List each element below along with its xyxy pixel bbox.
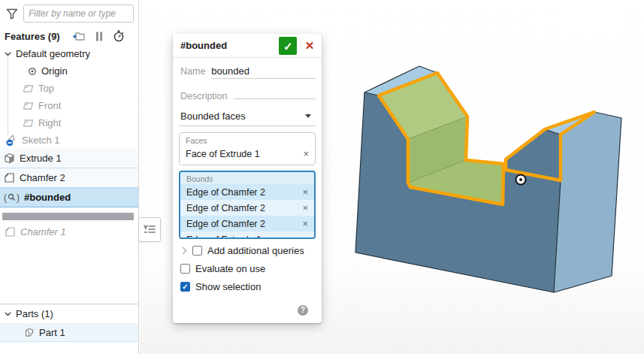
bounds-selection-box[interactable]: Bounds Edge of Chamfer 2 × Edge of Chamf… [179, 171, 316, 239]
remove-selection-icon[interactable]: × [301, 219, 310, 228]
bounds-selection-item[interactable]: Edge of Chamfer 2 × [180, 184, 314, 200]
plane-icon [23, 101, 34, 110]
tree-item-label: #bounded [24, 192, 71, 203]
tree-item-extrude1[interactable]: Extrude 1 [0, 149, 138, 168]
bounds-selection-item[interactable]: Edge of Chamfer 2 × [180, 216, 314, 231]
query-magnifier-icon: ( ) [4, 192, 20, 203]
extrude-icon [4, 153, 15, 164]
part-icon [24, 327, 35, 337]
feature-list-handle-button[interactable] [138, 217, 161, 242]
bounded-type-value: Bounded faces [180, 110, 305, 122]
tree-item-chamfer2[interactable]: Chamfer 2 [0, 168, 138, 188]
tree-item-front-plane[interactable]: Front [0, 97, 138, 114]
tree-item-origin[interactable]: Origin [0, 62, 138, 80]
chamfer-icon [4, 172, 15, 183]
bounds-selection-label: Edge of Extrude 1 [186, 234, 301, 240]
tree-item-label: Chamfer 1 [20, 226, 66, 238]
evaluate-checkbox[interactable] [180, 264, 190, 274]
bounds-selection-label: Edge of Chamfer 2 [186, 203, 301, 213]
origin-icon [28, 67, 37, 76]
remove-selection-icon[interactable]: × [301, 203, 310, 213]
stopwatch-icon[interactable] [113, 30, 125, 42]
insert-here-list-icon [143, 224, 156, 236]
evaluate-label: Evaluate on use [195, 263, 265, 274]
remove-selection-icon[interactable]: × [301, 234, 310, 239]
dialog-title: #bounded [180, 40, 274, 51]
rollback-bar[interactable] [2, 213, 134, 220]
name-field-input[interactable]: bounded [211, 65, 316, 79]
tree-item-top-plane[interactable]: Top [0, 80, 138, 97]
tree-item-chamfer1[interactable]: Chamfer 1 [0, 223, 138, 241]
bounds-selection-item-clipped[interactable]: Edge of Extrude 1 × [180, 231, 314, 239]
filter-funnel-icon[interactable] [6, 8, 18, 20]
parts-section: Parts (1) Part 1 [0, 304, 138, 342]
add-queries-row: Add additional queries [180, 245, 316, 256]
tree-item-label: Origin [41, 65, 68, 77]
filter-input[interactable] [23, 5, 134, 23]
name-field-label: Name [180, 66, 205, 77]
add-queries-checkbox[interactable] [192, 246, 202, 256]
tree-item-label: Extrude 1 [20, 153, 62, 164]
bounds-selection-item[interactable]: Edge of Chamfer 2 × [180, 200, 314, 216]
faces-selection-item[interactable]: Face of Extrude 1 × [186, 146, 310, 162]
parts-header[interactable]: Parts (1) [0, 304, 138, 323]
tree-item-bounded[interactable]: ( ) #bounded [0, 188, 138, 207]
chevron-right-icon[interactable] [180, 247, 187, 255]
remove-selection-icon[interactable]: × [301, 149, 310, 159]
tree-item-label: Right [38, 117, 61, 129]
tree-item-label: Front [38, 100, 61, 111]
part-list-item[interactable]: Part 1 [0, 323, 138, 342]
description-field-label: Description [180, 91, 228, 101]
remove-selection-icon[interactable]: × [301, 187, 310, 197]
parts-header-label: Parts (1) [16, 308, 53, 319]
tree-item-label: Top [38, 83, 54, 94]
tree-item-right-plane[interactable]: Right [0, 114, 138, 132]
tree-item-sketch1[interactable]: Sketch 1 [0, 132, 138, 149]
origin-marker[interactable] [516, 175, 526, 185]
help-icon[interactable]: ? [298, 305, 308, 316]
part-right-face[interactable] [554, 112, 621, 292]
faces-selection-box[interactable]: Faces Face of Extrude 1 × [179, 132, 316, 165]
cancel-button[interactable]: ✕ [302, 37, 317, 55]
part-label: Part 1 [39, 327, 65, 338]
plane-icon [23, 119, 34, 128]
faces-selection-label: Face of Extrude 1 [186, 149, 301, 159]
show-selection-checkbox[interactable]: ✓ [180, 282, 190, 292]
confirm-button[interactable]: ✓ [279, 37, 297, 55]
tree-item-label: Chamfer 2 [20, 172, 65, 183]
show-selection-row: ✓ Show selection [180, 281, 316, 292]
faces-box-label: Faces [186, 136, 310, 145]
chevron-down-icon [305, 114, 311, 118]
tree-item-label: Default geometry [16, 48, 90, 59]
chevron-down-icon[interactable] [5, 52, 11, 56]
tree-item-default-geometry[interactable]: Default geometry [0, 45, 138, 62]
add-queries-label: Add additional queries [207, 245, 304, 256]
feature-tree-panel: Features (9) Default geometry Origin [0, 0, 139, 354]
show-selection-label: Show selection [195, 281, 261, 292]
evaluate-row: Evaluate on use [180, 263, 316, 274]
chamfer-icon [5, 226, 16, 238]
bounded-type-select[interactable]: Bounded faces [179, 108, 316, 126]
new-folder-icon[interactable] [72, 31, 86, 41]
tree-item-label: Sketch 1 [22, 135, 60, 146]
bounds-selection-label: Edge of Chamfer 2 [186, 219, 301, 229]
bounds-box-label: Bounds [180, 174, 314, 183]
bounded-feature-dialog: #bounded ✓ ✕ Name bounded Description Bo… [173, 34, 322, 323]
description-field-input[interactable] [234, 86, 316, 99]
chevron-down-icon[interactable] [5, 312, 11, 316]
pause-icon[interactable] [95, 32, 103, 41]
bounds-selection-label: Edge of Chamfer 2 [186, 187, 301, 198]
sketch-suppressed-icon [5, 134, 17, 147]
features-header-title: Features (9) [5, 31, 72, 42]
plane-icon [23, 84, 34, 93]
